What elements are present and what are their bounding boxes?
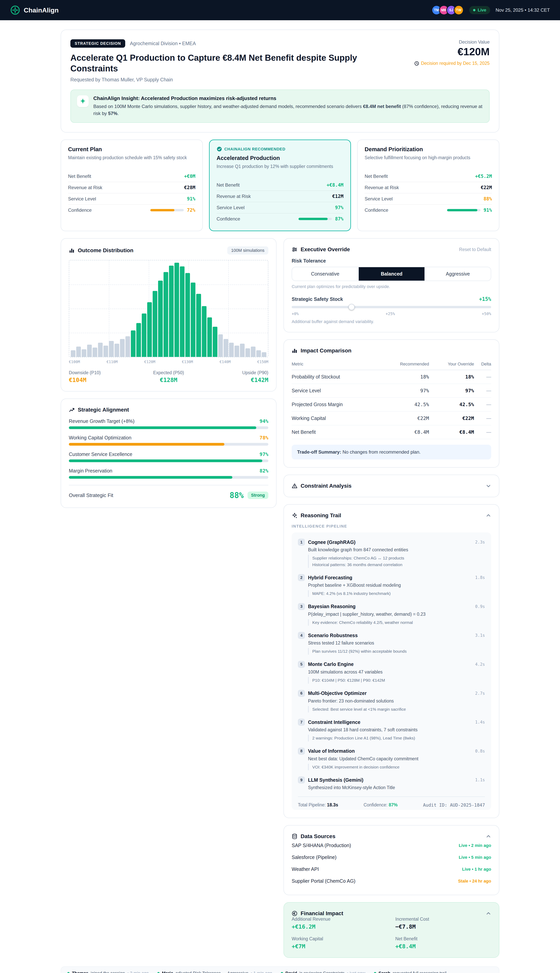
- avatar-group: TM MK SJ TW: [432, 5, 464, 15]
- table-row: Probability of Stockout18%18%—: [292, 370, 491, 384]
- activity-feed: Thomasjoined the session• 2 min ago Mari…: [61, 966, 499, 973]
- impact-comparison-card: Impact Comparison MetricRecommendedYour …: [283, 339, 499, 468]
- histogram-bar: [207, 318, 212, 357]
- chevron-up-icon: [486, 834, 491, 839]
- histogram-bar: [93, 348, 97, 357]
- activity-item: Thomasjoined the session• 2 min ago: [67, 971, 149, 973]
- pipeline-footer: Total Pipeline: 18.3s Confidence: 87% Au…: [298, 796, 485, 807]
- activity-dot-icon: [157, 972, 160, 973]
- financial-metric: Additional Revenue+€16.2M: [292, 916, 388, 930]
- histogram-bar: [256, 350, 261, 357]
- metric-label: Confidence: [217, 216, 295, 222]
- avatar[interactable]: TW: [453, 5, 464, 15]
- metric-value: 87%: [335, 216, 343, 222]
- strategic-decision-badge: STRATEGIC DECISION: [70, 39, 125, 48]
- histogram-bar: [202, 306, 207, 357]
- safety-stock-label: Strategic Safety Stock: [292, 296, 343, 302]
- financial-metric: Net Benefit+€8.4M: [395, 936, 491, 950]
- metric-value: 91%: [187, 196, 195, 202]
- reasoning-trail-header[interactable]: Reasoning Trail: [292, 512, 491, 518]
- scenario-title: Accelerated Production: [217, 155, 343, 161]
- strong-badge: Strong: [248, 492, 268, 499]
- histogram-bar: [262, 352, 267, 357]
- histogram-bar: [131, 331, 135, 357]
- risk-tolerance-label: Risk Tolerance: [292, 258, 491, 264]
- scenario-cards: Current Plan Maintain existing productio…: [61, 140, 499, 231]
- scenario-card-demand-prioritization[interactable]: Demand Prioritization Selective fulfillm…: [357, 140, 499, 231]
- data-sources-header[interactable]: Data Sources: [292, 833, 491, 839]
- safety-stock-value: +15%: [479, 296, 491, 302]
- activity-item: Davidis reviewing Constraints• just now: [281, 971, 365, 973]
- metric-label: Net Benefit: [217, 182, 323, 188]
- brand[interactable]: ChainAlign: [10, 5, 58, 15]
- risk-option-balanced[interactable]: Balanced: [358, 267, 425, 281]
- constraint-analysis-header[interactable]: Constraint Analysis: [292, 483, 491, 489]
- histogram-bar: [174, 263, 179, 357]
- histogram-bar: [185, 273, 190, 357]
- activity-dot-icon: [374, 972, 376, 973]
- histogram-bar: [196, 294, 201, 357]
- chevron-up-icon: [486, 513, 491, 518]
- metric-label: Net Benefit: [68, 174, 181, 179]
- reasoning-trail-card: Reasoning Trail INTELLIGENCE PIPELINE 1C…: [283, 504, 499, 818]
- alignment-row: Margin Preservation82%: [69, 468, 268, 479]
- pipeline-step: 6Multi-Objective Optimizer2.7s Pareto fr…: [298, 690, 485, 713]
- financial-impact-card: Financial Impact Additional Revenue+€16.…: [283, 902, 499, 958]
- scenario-title: Current Plan: [68, 146, 195, 152]
- datetime: Nov 25, 2025 • 14:32 CET: [496, 7, 550, 13]
- metric-value: +€8.4M: [327, 182, 343, 188]
- pipeline-step: 2Hybrid Forecasting1.8s Prophet baseline…: [298, 574, 485, 597]
- financial-metric: Working Capital+€7M: [292, 936, 388, 950]
- metric-label: Service Level: [68, 196, 184, 202]
- decision-value: €120M: [414, 45, 490, 58]
- metric-label: Revenue at Risk: [365, 185, 478, 190]
- logo-icon: [10, 5, 20, 15]
- histogram-bar: [147, 302, 152, 357]
- slider-thumb[interactable]: [348, 304, 355, 310]
- histogram-bar: [87, 344, 92, 357]
- pipeline-section-label: INTELLIGENCE PIPELINE: [292, 524, 491, 528]
- financial-metric: Incremental Cost−€7.8M: [395, 916, 491, 930]
- financial-impact-header[interactable]: Financial Impact: [292, 910, 491, 916]
- table-row: Working Capital€22M€22M—: [292, 411, 491, 425]
- card-title: Impact Comparison: [301, 348, 491, 354]
- reasoning-sparkle-icon: [292, 513, 298, 518]
- reset-to-default-link[interactable]: Reset to Default: [459, 247, 491, 252]
- decision-value-label: Decision Value: [414, 39, 490, 45]
- metric-value: +€0M: [184, 174, 195, 179]
- recommended-label: CHAINALIGN RECOMMENDED: [217, 146, 343, 152]
- scenario-description: Increase Q1 production by 12% with suppl…: [217, 163, 343, 175]
- activity-item: Mariaadjusted Risk Tolerance → Aggressiv…: [157, 971, 272, 973]
- bar-chart-icon: [292, 348, 298, 354]
- scenario-card-current-plan[interactable]: Current Plan Maintain existing productio…: [61, 140, 203, 231]
- histogram-bar: [163, 272, 168, 357]
- risk-option-aggressive[interactable]: Aggressive: [425, 267, 491, 281]
- deadline-text: Decision required by Dec 15, 2025: [421, 61, 490, 66]
- pipeline-step: 3Bayesian Reasoning0.9s P(delay_impact |…: [298, 603, 485, 626]
- safety-stock-slider[interactable]: [292, 306, 491, 308]
- metric-label: Revenue at Risk: [217, 194, 329, 199]
- division-breadcrumb: Agrochemical Division • EMEA: [130, 41, 196, 46]
- bar-chart-icon: [69, 247, 75, 253]
- sparkle-icon: [77, 95, 89, 107]
- pipeline-step: 7Constraint Intelligence1.4s Validated a…: [298, 719, 485, 741]
- data-source-row: Weather APILive • 1 hr ago: [292, 863, 491, 875]
- sliders-icon: [292, 247, 298, 252]
- insight-body: Based on 100M Monte Carlo simulations, s…: [93, 103, 483, 117]
- check-circle-icon: [217, 146, 222, 152]
- metric-label: Confidence: [68, 207, 147, 213]
- chevron-up-icon: [486, 911, 491, 916]
- metric-value: 88%: [483, 196, 492, 202]
- stat-upside: Upside (P90) €142M: [202, 370, 268, 383]
- data-source-row: SAP S/4HANA (Production)Live • 2 min ago: [292, 839, 491, 851]
- histogram-bar: [235, 346, 239, 357]
- simulations-badge: 100M simulations: [227, 246, 268, 254]
- alignment-row: Working Capital Optimization78%: [69, 435, 268, 446]
- metric-value: 91%: [483, 207, 492, 213]
- warning-icon: [292, 483, 298, 489]
- brand-name: ChainAlign: [24, 7, 58, 14]
- scenario-card-recommended[interactable]: CHAINALIGN RECOMMENDED Accelerated Produ…: [209, 140, 351, 231]
- risk-option-conservative[interactable]: Conservative: [292, 267, 358, 281]
- confidence-bar: [150, 209, 184, 211]
- table-row: Net Benefit€8.4M€8.4M—: [292, 425, 491, 439]
